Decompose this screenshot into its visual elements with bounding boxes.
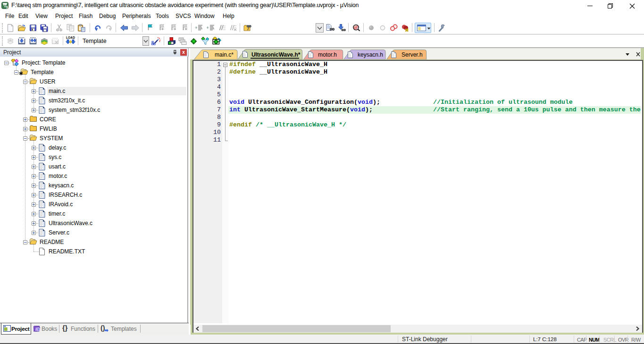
svg-text:LOAD: LOAD [66, 36, 75, 39]
svg-text:5: 5 [6, 6, 8, 9]
svg-text:?: ? [37, 327, 40, 332]
svg-text:main.c*: main.c* [215, 51, 234, 58]
svg-text:keysacn.h: keysacn.h [358, 51, 383, 58]
svg-text:UltrasonicWave.h*: UltrasonicWave.h* [251, 51, 301, 58]
svg-text:Server.h: Server.h [401, 51, 423, 58]
svg-text:motor.h: motor.h [318, 51, 337, 58]
svg-text:@: @ [354, 25, 358, 30]
